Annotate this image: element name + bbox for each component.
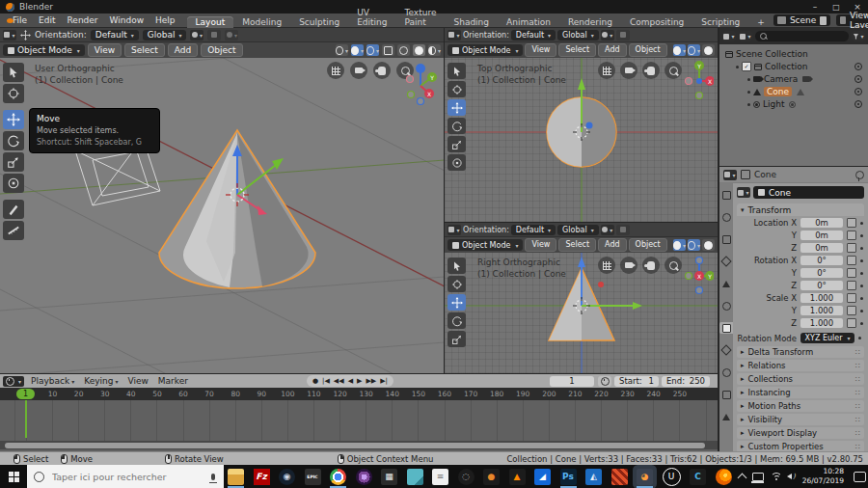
value-field[interactable]: 0m	[800, 218, 843, 228]
snap-icon[interactable]	[616, 225, 630, 235]
gizmos-icon[interactable]	[382, 44, 394, 56]
menu-item[interactable]: Help	[149, 15, 181, 25]
grid-toggle-button[interactable]	[327, 62, 344, 79]
end-frame-field[interactable]: End:250	[662, 376, 710, 387]
tool-transform[interactable]	[448, 154, 466, 171]
animate-dot-icon[interactable]	[860, 310, 863, 312]
decorator-icon[interactable]	[847, 230, 856, 240]
view-menu[interactable]: View	[525, 238, 556, 252]
transform-space-dropdown[interactable]: Global	[143, 30, 187, 41]
add-menu[interactable]: Add	[598, 238, 627, 252]
snap-magnet-icon[interactable]	[351, 44, 364, 56]
navigation-gizmo[interactable]: Y X	[685, 255, 714, 297]
camera-view-button[interactable]	[620, 257, 637, 274]
wifi-icon[interactable]	[771, 473, 780, 480]
mode-dropdown[interactable]: Object Mode	[448, 239, 523, 251]
taskbar-app[interactable]	[611, 469, 628, 485]
record-button[interactable]	[312, 377, 318, 385]
workspace-tab[interactable]: Modeling	[233, 16, 290, 28]
animate-dot-icon[interactable]	[860, 272, 863, 275]
view-menu[interactable]: View	[525, 43, 556, 57]
hide-eye-icon[interactable]	[854, 75, 862, 83]
maximize-button[interactable]	[826, 0, 847, 14]
use-preview-range-icon[interactable]	[598, 376, 611, 387]
decorator-icon[interactable]	[847, 281, 856, 290]
playback-menu[interactable]: Playback	[28, 376, 77, 386]
pan-view-button[interactable]	[642, 62, 660, 79]
collapsed-section[interactable]: Relations	[737, 360, 864, 371]
tool-scale[interactable]	[3, 152, 24, 172]
navigation-gizmo[interactable]: Y X	[685, 60, 714, 102]
taskbar-app[interactable]	[407, 469, 423, 485]
hide-eye-icon[interactable]	[854, 63, 862, 70]
animate-dot-icon[interactable]	[860, 297, 863, 300]
jump-to-end-button[interactable]	[380, 377, 388, 385]
tray-clock[interactable]: 10:28 26/07/2019	[802, 467, 844, 486]
tray-expand-icon[interactable]	[738, 474, 747, 483]
pivot-point-icon[interactable]	[190, 30, 203, 41]
current-frame-field[interactable]: 1	[550, 376, 594, 387]
pan-view-button[interactable]	[373, 62, 391, 79]
view-menu[interactable]: View	[88, 43, 122, 57]
proportional-icon[interactable]	[336, 44, 348, 56]
tool-rotate[interactable]	[448, 118, 466, 134]
decorator-icon[interactable]	[847, 218, 856, 228]
add-menu[interactable]: Add	[598, 43, 627, 57]
value-field[interactable]: 0°	[800, 281, 843, 290]
value-field[interactable]: 0m	[800, 243, 843, 253]
tool-annotate[interactable]	[3, 200, 24, 219]
taskbar-app[interactable]	[356, 469, 372, 485]
tool-move[interactable]	[3, 110, 24, 129]
menu-item[interactable]: Edit	[33, 15, 61, 25]
animate-dot-icon[interactable]	[860, 234, 863, 237]
taskbar-app[interactable]: U	[663, 468, 681, 486]
outliner-row-camera[interactable]: Camera	[725, 73, 868, 85]
decorator-icon[interactable]	[847, 243, 856, 253]
editor-type-icon[interactable]	[448, 225, 461, 235]
outliner-search-input[interactable]	[755, 31, 849, 41]
scrollbar-thumb[interactable]	[5, 443, 705, 448]
timeline-scrollbar[interactable]	[0, 441, 718, 449]
taskbar-app[interactable]: C	[690, 469, 706, 485]
grid-toggle-button[interactable]	[598, 62, 615, 79]
expand-dot-icon[interactable]	[747, 91, 750, 94]
start-frame-field[interactable]: Start:1	[614, 376, 659, 387]
tab-constraints[interactable]	[720, 389, 732, 400]
tool-rotate[interactable]	[448, 312, 466, 329]
shading-solid-icon[interactable]	[413, 44, 425, 56]
prev-keyframe-button[interactable]	[334, 377, 344, 385]
tool-move[interactable]	[448, 294, 466, 311]
tab-physics[interactable]	[720, 366, 732, 378]
animate-dot-icon[interactable]	[860, 247, 863, 250]
workspace-tab[interactable]: +	[748, 16, 773, 28]
viewport-canvas-top[interactable]: Top Orthographic (1) Collection | Cone Y…	[445, 58, 718, 222]
tool-cursor[interactable]	[448, 81, 466, 97]
search-input[interactable]	[50, 471, 205, 483]
rotation-mode-dropdown[interactable]: XYZ Euler	[800, 333, 854, 343]
navigation-gizmo[interactable]: Y X	[403, 61, 438, 105]
camera-view-button[interactable]	[620, 62, 637, 79]
transform-space-dropdown[interactable]: Global	[557, 225, 599, 235]
taskbar-app[interactable]: ◭	[585, 469, 602, 485]
tool-scale[interactable]	[448, 331, 466, 347]
workspace-tab[interactable]: Animation	[498, 16, 559, 28]
transform-space-dropdown[interactable]: Global	[557, 30, 599, 41]
workspace-tab[interactable]: Layout	[187, 16, 234, 28]
editor-type-icon[interactable]	[3, 376, 24, 387]
jump-to-start-button[interactable]	[322, 377, 330, 385]
tab-modifiers[interactable]	[720, 344, 732, 356]
taskbar-app[interactable]: Ps	[560, 469, 577, 485]
editor-type-icon[interactable]	[723, 170, 737, 180]
tab-view-layer[interactable]	[720, 256, 732, 267]
expand-dot-icon[interactable]	[747, 78, 750, 81]
workspace-tab[interactable]: Texture Paint	[396, 7, 446, 28]
tab-world[interactable]	[720, 300, 732, 312]
menu-item[interactable]: Render	[62, 15, 104, 25]
tab-render[interactable]	[720, 211, 732, 223]
overlays-icon[interactable]	[688, 44, 700, 56]
taskbar-app[interactable]	[716, 469, 732, 485]
taskbar-app[interactable]	[330, 469, 346, 485]
value-field[interactable]: 1.000	[800, 306, 843, 315]
keying-menu[interactable]: Keying	[81, 376, 121, 386]
transform-section-header[interactable]: Transform	[737, 203, 864, 216]
